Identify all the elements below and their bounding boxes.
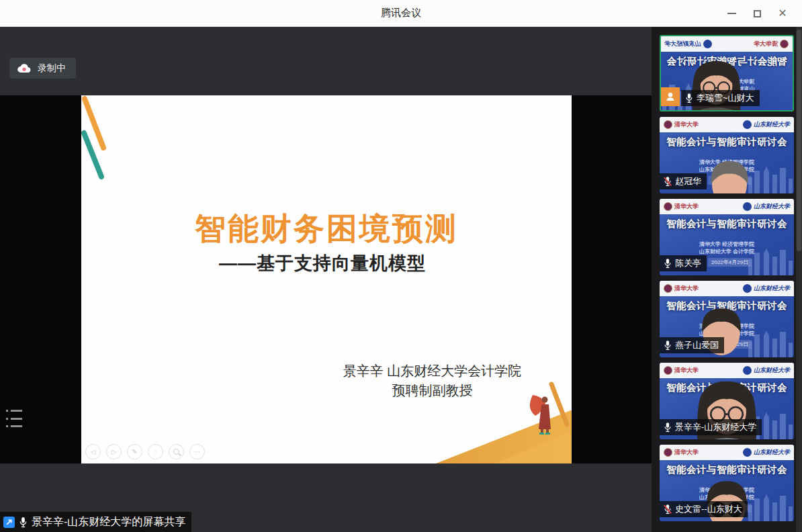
participant-tile[interactable]: 清华大学 山东财经大学 智能会计与智能审计研讨会 清华大学 经济管理学院 山东财… <box>660 199 794 275</box>
slide-presenter-info: 景辛辛 山东财经大学会计学院 预聘制副教授 <box>333 361 531 400</box>
window-controls: ✕ <box>719 0 795 27</box>
maximize-button[interactable] <box>744 0 770 27</box>
screen-share-icon <box>3 517 15 528</box>
participant-label-row: 李瑞雪~山财大 <box>661 87 760 106</box>
close-button[interactable]: ✕ <box>770 0 795 27</box>
skyline-graphic <box>746 247 794 275</box>
participants-sidebar: 清华大学 山东财经大学 智能会计与智能审计研讨会 清华大学 经济管理学院 山东财… <box>652 27 802 532</box>
mic-status-icon <box>664 504 672 515</box>
slideshow-next-button[interactable]: ▷ <box>106 444 122 459</box>
close-icon: ✕ <box>778 8 787 19</box>
host-indicator-icon <box>661 87 680 106</box>
slideshow-toolbar: ◁▷✎◌⋯ <box>85 444 205 459</box>
participant-tile[interactable]: 清华大学 山东财经大学 智能会计与智能审计研讨会 清华大学 经济管理学院 山东财… <box>660 35 794 112</box>
slideshow-more-button[interactable]: ⋯ <box>189 444 205 459</box>
window-title: 腾讯会议 <box>381 7 421 19</box>
participant-tile[interactable]: 清华大学 山东财经大学 智能会计与智能审计研讨会 清华大学 经济管理学院 山东财… <box>660 445 794 521</box>
mic-status-icon <box>685 93 693 103</box>
participant-name-strip: 史文雷--山东财大 <box>660 501 748 517</box>
participant-name-strip: 陈关亭 <box>660 255 707 271</box>
participant-tile[interactable]: 清华大学 山东财经大学 智能会计与智能审计研讨会 清华大学 经济管理学院 山东财… <box>660 281 794 357</box>
participant-name-strip: 景辛辛-山东财经大学 <box>660 419 762 435</box>
sdufe-logo: 山东财经大学 <box>743 202 790 211</box>
slide-subtitle: ——基于支持向量机模型 <box>219 251 426 275</box>
presenter-line2: 预聘制副教授 <box>333 381 531 400</box>
conference-banner-title: 智能会计与智能审计研讨会 <box>660 218 794 230</box>
scrollbar-thumb[interactable] <box>797 30 801 251</box>
mic-status-icon <box>664 422 672 433</box>
screen-share-banner: 景辛辛-山东财经大学的屏幕共享 <box>0 511 192 532</box>
participant-label-row: 景辛辛-山东财经大学 <box>660 419 762 435</box>
participant-name-strip: 燕子山爱国 <box>660 337 724 353</box>
tsinghua-logo: 清华大学 <box>664 202 699 211</box>
recording-indicator[interactable]: 录制中 <box>9 58 76 79</box>
slide-decorations <box>81 95 572 463</box>
participant-label-row: 燕子山爱国 <box>660 337 724 353</box>
shared-screen-frame: 智能财务困境预测 ——基于支持向量机模型 景辛辛 山东财经大学会计学院 预聘制副… <box>0 95 652 463</box>
slideshow-zoom-button[interactable] <box>169 444 184 459</box>
mic-status-icon <box>664 258 672 269</box>
participant-name-strip: 赵冠华 <box>660 173 707 189</box>
recording-label: 录制中 <box>38 62 66 75</box>
screen-share-label: 景辛辛-山东财经大学的屏幕共享 <box>32 515 185 529</box>
participant-tile[interactable]: 清华大学 山东财经大学 智能会计与智能审计研讨会 清华大学 经济管理学院 山东财… <box>660 363 794 439</box>
tencent-meeting-window: 腾讯会议 ✕ <box>0 0 802 532</box>
participant-tile[interactable]: 清华大学 山东财经大学 智能会计与智能审计研讨会 清华大学 经济管理学院 山东财… <box>660 117 794 193</box>
participant-name: 史文雷--山东财大 <box>675 503 742 515</box>
minimize-button[interactable] <box>719 0 744 27</box>
cloud-record-icon <box>17 63 32 73</box>
window-titlebar: 腾讯会议 ✕ <box>0 0 802 27</box>
maximize-icon <box>754 10 761 17</box>
minimize-icon <box>727 13 736 14</box>
slide-title: 智能财务困境预测 <box>81 208 572 250</box>
participant-name: 景辛辛-山东财经大学 <box>675 421 756 433</box>
slideshow-pen-button[interactable]: ✎ <box>127 444 142 459</box>
participant-name-strip: 李瑞雪~山财大 <box>681 90 760 106</box>
slideshow-prev-button[interactable]: ◁ <box>85 444 101 459</box>
participant-name: 赵冠华 <box>675 175 701 187</box>
virtual-bg-logo-band: 清华大学 山东财经大学 <box>660 199 794 214</box>
sidebar-scrollbar[interactable] <box>796 27 802 532</box>
participant-name: 燕子山爱国 <box>675 339 719 351</box>
participant-label-row: 史文雷--山东财大 <box>660 501 748 517</box>
mic-status-icon <box>664 176 672 187</box>
presenter-line1: 景辛辛 山东财经大学会计学院 <box>333 361 531 381</box>
mic-status-icon <box>664 340 672 351</box>
tsinghua-logo-icon <box>664 202 672 211</box>
participant-name: 陈关亭 <box>675 257 701 269</box>
magnifier-icon <box>173 449 179 455</box>
tsinghua-logo-text: 清华大学 <box>674 202 699 211</box>
sdufe-logo-text: 山东财经大学 <box>754 202 790 211</box>
sdufe-logo-icon <box>743 202 752 211</box>
participant-name: 李瑞雪~山财大 <box>697 92 754 104</box>
shared-screen-stage: 智能财务困境预测 ——基于支持向量机模型 景辛辛 山东财经大学会计学院 预聘制副… <box>0 27 652 532</box>
presentation-slide: 智能财务困境预测 ——基于支持向量机模型 景辛辛 山东财经大学会计学院 预聘制副… <box>81 95 572 463</box>
participant-label-row: 陈关亭 <box>660 255 707 271</box>
annotation-list-icon[interactable] <box>6 410 26 427</box>
microphone-icon <box>19 517 28 528</box>
participant-label-row: 赵冠华 <box>660 173 707 189</box>
slideshow-ink-button[interactable]: ◌ <box>148 444 163 459</box>
